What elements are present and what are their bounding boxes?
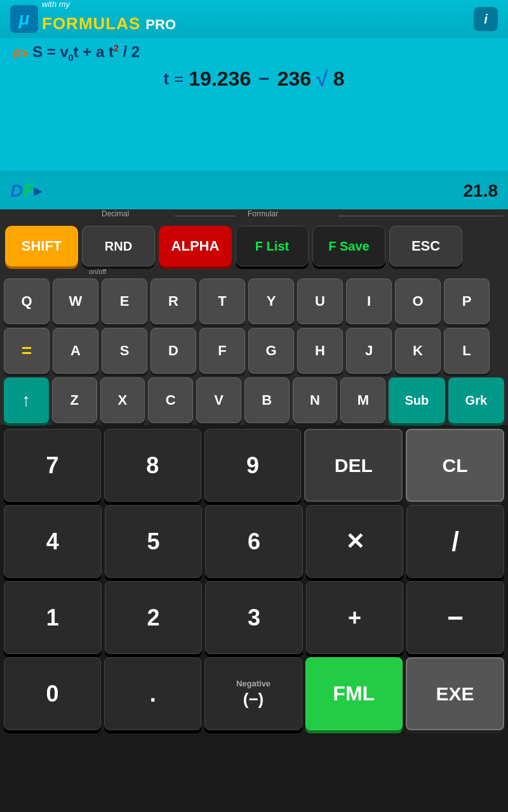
flist-button[interactable]: F List [236, 226, 309, 266]
df-value: 21.8 [464, 181, 498, 201]
key-q[interactable]: Q [4, 278, 50, 324]
key-k[interactable]: K [395, 328, 441, 374]
result-left: 19.236 [189, 67, 251, 91]
line-right [338, 216, 503, 216]
key-y[interactable]: Y [248, 278, 294, 324]
formula-line: #> S = v0t + a t2 / 2 [13, 43, 495, 63]
key-x[interactable]: X [100, 377, 145, 423]
key-3[interactable]: 3 [205, 581, 303, 654]
key-b[interactable]: B [244, 377, 290, 423]
header-pro: PRO [145, 16, 176, 33]
header-subtitle: with my [42, 0, 176, 9]
key-i[interactable]: I [346, 278, 392, 324]
negative-symbol: (−) [243, 690, 264, 709]
header-title: FORMULAS [42, 14, 140, 34]
numpad-section: 7 8 9 DEL CL 4 5 6 ✕ / 1 2 3 + − 0 . Neg… [0, 425, 508, 737]
formula-prompt: #> [13, 46, 29, 62]
key-g[interactable]: G [248, 328, 294, 374]
key-0[interactable]: 0 [4, 657, 101, 730]
top-labels: Decimal Formular [0, 209, 508, 223]
label-formular: Formular [248, 209, 278, 218]
df-bar: D F ▶ 21.8 [0, 171, 508, 209]
result-sqrt-icon: √ [316, 67, 328, 91]
key-1[interactable]: 1 [4, 581, 102, 654]
esc-button[interactable]: ESC [389, 226, 462, 266]
df-logo: D F ▶ [10, 181, 43, 201]
key-cl[interactable]: CL [406, 429, 504, 502]
key-fml[interactable]: FML [305, 657, 403, 730]
result-minus: − [258, 68, 270, 89]
key-2[interactable]: 2 [105, 581, 203, 654]
qwerty-row1: Q W E R T Y U I O P [0, 277, 508, 326]
key-p[interactable]: P [444, 278, 490, 324]
key-s[interactable]: S [102, 328, 147, 374]
key-o[interactable]: O [395, 278, 441, 324]
key-n[interactable]: N [293, 377, 338, 423]
key-r[interactable]: R [150, 278, 196, 324]
display-area: #> S = v0t + a t2 / 2 t = 19.236 − 236 √… [0, 38, 508, 171]
info-button[interactable]: i [474, 7, 498, 31]
result-var: t [163, 69, 169, 89]
key-7[interactable]: 7 [4, 429, 101, 502]
key-minus[interactable]: − [406, 581, 504, 654]
fsave-button[interactable]: F Save [312, 226, 385, 266]
key-4[interactable]: 4 [4, 505, 102, 578]
key-j[interactable]: J [346, 328, 392, 374]
key-z[interactable]: Z [52, 377, 97, 423]
result-sqrt-val: 8 [333, 67, 345, 91]
key-a[interactable]: A [53, 328, 98, 374]
keyboard-section: Decimal Formular SHIFT RND ALPHA F List … [0, 209, 508, 425]
onoff-area: on/off [0, 268, 508, 277]
numpad-row1: 7 8 9 DEL CL [4, 429, 504, 502]
key-w[interactable]: W [53, 278, 98, 324]
key-m[interactable]: M [340, 377, 385, 423]
key-u[interactable]: U [297, 278, 343, 324]
header-left: μ with my FORMULAS PRO [10, 4, 176, 34]
line-left [175, 216, 235, 216]
key-5[interactable]: 5 [105, 505, 203, 578]
key-plus[interactable]: + [306, 581, 404, 654]
key-f[interactable]: F [199, 328, 245, 374]
key-e[interactable]: E [102, 278, 147, 324]
key-equals[interactable]: = [4, 328, 50, 374]
key-6[interactable]: 6 [205, 505, 303, 578]
key-l[interactable]: L [444, 328, 490, 374]
key-dot[interactable]: . [104, 657, 201, 730]
numpad-row2: 4 5 6 ✕ / [4, 505, 504, 578]
function-row: SHIFT RND ALPHA F List F Save ESC [0, 223, 508, 268]
key-multiply[interactable]: ✕ [306, 505, 404, 578]
qwerty-row2: = A S D F G H J K L [0, 326, 508, 376]
label-decimal: Decimal [102, 209, 129, 218]
key-8[interactable]: 8 [104, 429, 201, 502]
result-line: t = 19.236 − 236 √ 8 [13, 67, 495, 91]
key-negative[interactable]: Negative (−) [204, 657, 302, 730]
formula-text: S = v0t + a t2 / 2 [32, 43, 140, 63]
key-d[interactable]: D [150, 328, 196, 374]
key-t[interactable]: T [199, 278, 245, 324]
result-right: 236 [277, 67, 311, 91]
alpha-button[interactable]: ALPHA [159, 226, 232, 266]
key-9[interactable]: 9 [204, 429, 302, 502]
key-shift-up[interactable]: ↑ [4, 377, 49, 423]
key-sub[interactable]: Sub [389, 377, 444, 423]
key-v[interactable]: V [196, 377, 241, 423]
mu-logo: μ [10, 5, 38, 33]
key-exe[interactable]: EXE [406, 657, 504, 730]
key-divide[interactable]: / [406, 505, 504, 578]
numpad-row3: 1 2 3 + − [4, 581, 504, 654]
key-del[interactable]: DEL [304, 429, 403, 502]
rnd-button[interactable]: RND [82, 226, 155, 266]
app-header: μ with my FORMULAS PRO i [0, 0, 508, 38]
key-grk[interactable]: Grk [448, 377, 504, 423]
result-equals: = [174, 69, 184, 89]
negative-label: Negative [236, 679, 271, 688]
qwerty-row3: ↑ Z X C V B N M Sub Grk [0, 376, 508, 425]
key-h[interactable]: H [297, 328, 343, 374]
key-c[interactable]: C [148, 377, 193, 423]
onoff-label: on/off [89, 268, 106, 275]
shift-button[interactable]: SHIFT [5, 226, 78, 266]
numpad-row4: 0 . Negative (−) FML EXE [4, 657, 504, 730]
